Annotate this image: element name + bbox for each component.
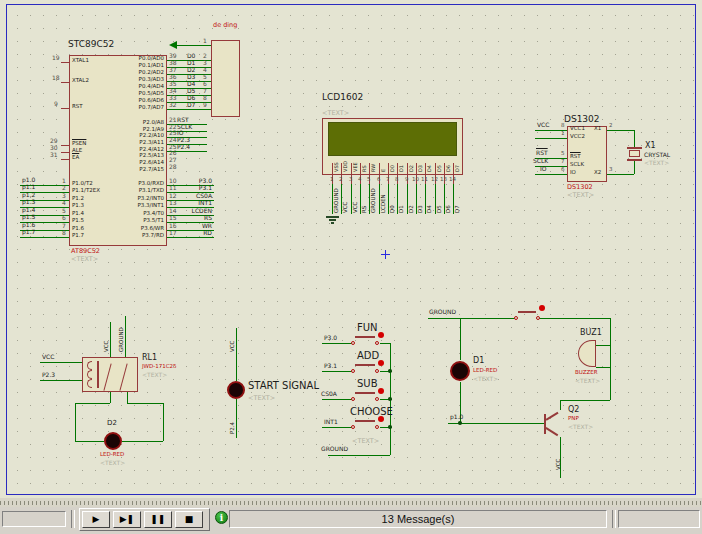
separator [71,510,75,528]
schematic-label: p1.3 [22,199,35,205]
component-line [331,222,334,224]
schematic-label: 3 [609,167,613,173]
schematic-label: CRYSTAL [644,152,670,158]
schematic-label: P0.7/AD7 [74,105,164,111]
button-actuator[interactable] [539,305,545,311]
schematic-label: D2 [409,205,415,213]
schematic-label: 2 [339,177,343,183]
wire [448,423,545,424]
wire [634,130,635,147]
schematic-label: Q2 [568,406,579,414]
step-button[interactable]: ▶❚ [113,511,141,528]
schematic-label: GROUND [119,327,125,352]
schematic-label: de ding [213,22,237,29]
schematic-label: RST [570,154,581,160]
wire [560,437,561,478]
schematic-label: D0 [390,205,396,213]
schematic-label: IO [570,170,576,176]
component-line [61,145,69,146]
schematic-label: P0.1/AD1 [74,63,164,69]
wire [122,441,163,442]
status-message[interactable]: 13 Message(s) [229,510,607,528]
button-actuator[interactable] [378,388,384,394]
schematic-label: 5 [367,177,371,183]
wire [236,399,237,438]
schematic-label: E [381,169,386,172]
schematic-label: GROUND [371,188,377,213]
schematic-label: 11 [169,185,177,191]
wire [322,343,353,344]
schematic-label: VCC [104,341,110,352]
schematic-label: SCLK [570,162,584,168]
schematic-label: P3.4/T0 [74,211,164,217]
schematic-label: P2.7/A15 [74,167,164,173]
schematic-label: D4 [427,165,432,172]
pause-button[interactable]: ❚❚ [144,511,172,528]
component-line [61,82,69,83]
wire [75,403,76,441]
schematic-label: 2 [62,185,66,191]
schematic-label: 7 [561,159,565,165]
schematic-label: 31 [50,152,58,158]
schematic-label: <TEXT> [644,160,669,166]
schematic-label: X1 [594,126,601,132]
button-actuator[interactable] [378,332,384,338]
schematic-label: P3.0 [324,335,337,341]
wire [127,403,163,404]
schematic-label: 7 [386,177,390,183]
schematic-label: D5 [437,205,443,213]
schematic-label: 8 [62,230,66,236]
crystal-x1-body[interactable] [629,150,640,157]
schematic-label: LCDEN [381,194,387,213]
schematic-label: D3 [418,165,423,172]
schematic-label: START SIGNAL [248,381,319,391]
wire [322,427,353,428]
junction-dot [388,397,392,401]
wire [75,403,110,404]
schematic-label: P0.3/AD3 [74,77,164,83]
schematic-label: <TEXT> [248,395,275,402]
wire [20,237,69,238]
schematic-label: D7 [187,102,195,108]
schematic-label: VCC2 [570,134,585,140]
schematic-label: p1.5 [22,214,35,220]
ruler-ticks [0,501,702,505]
schematic-label: ADD [357,351,379,361]
schematic-label: 6 [561,167,565,173]
schematic-label: 12 [431,177,438,183]
schematic-label: X2 [594,170,601,176]
component-line [61,108,69,109]
schematic-label: JWD-171C25 [142,364,177,370]
led-indicator[interactable] [450,361,470,381]
play-button[interactable]: ▶ [82,511,110,528]
component-line [97,361,99,388]
schematic-label: P3.1 [182,185,212,191]
schematic-label: D1 [399,165,404,172]
wire [176,45,211,46]
schematic-label: VSS [334,162,339,172]
schematic-label: D3 [418,205,424,213]
schematic-label: D7 [455,205,461,213]
stop-button[interactable]: ■ [175,511,203,528]
message-info-icon[interactable]: i [215,511,228,524]
schematic-canvas[interactable]: STC89C52AT89C52<TEXT>1918929303112345678… [0,0,702,498]
schematic-label: 9 [203,102,207,108]
component-line [385,250,386,259]
schematic-label: <TEXT> [71,256,98,263]
schematic-label: 2 [609,123,613,129]
schematic-label: P2.3/A11 [74,140,164,146]
led-indicator[interactable] [227,381,245,399]
wire [40,362,82,363]
connector-de-ding[interactable] [211,40,240,117]
wire [607,130,634,131]
component-line [355,336,375,338]
schematic-label: GROUND [334,188,340,213]
schematic-label: VDD [343,161,348,172]
wire [560,400,610,401]
schematic-label: STC89C52 [68,40,114,49]
status-panel-left [2,511,66,527]
wire [634,159,635,174]
led-indicator[interactable] [104,432,122,450]
schematic-label: SUB [357,379,378,389]
schematic-label: 28 [169,164,177,170]
